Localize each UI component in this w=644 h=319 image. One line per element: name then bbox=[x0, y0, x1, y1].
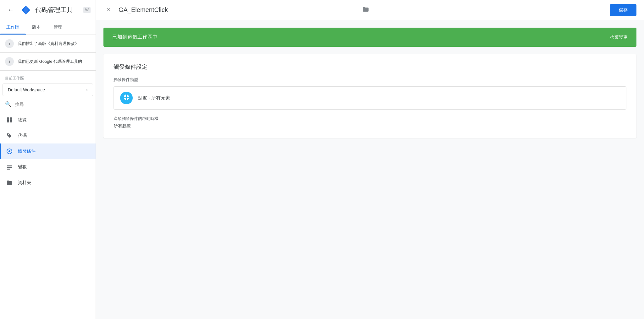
svg-rect-5 bbox=[10, 120, 12, 122]
svg-rect-2 bbox=[7, 117, 9, 120]
notification-2: i 我們已更新 Google 代碼管理工具的 bbox=[0, 53, 96, 71]
click-type-name: 點擊 - 所有元素 bbox=[138, 95, 170, 101]
sidebar-item-variables-label: 變數 bbox=[18, 164, 27, 170]
svg-rect-9 bbox=[7, 167, 12, 168]
svg-rect-10 bbox=[7, 169, 10, 170]
notification-1: i 我們推出了新版《資料處理條款》 bbox=[0, 35, 96, 53]
dialog-header: × GA_ElementClick 儲存 bbox=[96, 0, 644, 20]
dialog-title: GA_ElementClick bbox=[119, 6, 360, 14]
sidebar-header: ← 代碼管理工具 W bbox=[0, 0, 96, 20]
sidebar-item-variables[interactable]: 變數 bbox=[0, 159, 96, 175]
folders-icon bbox=[6, 179, 13, 186]
sidebar-item-overview[interactable]: 總覽 bbox=[0, 112, 96, 128]
tab-version[interactable]: 版本 bbox=[26, 20, 47, 35]
trigger-timing-label: 這項觸發條件的啟動時機 bbox=[114, 116, 626, 122]
trigger-timing-value: 所有點擊 bbox=[114, 123, 626, 129]
svg-rect-3 bbox=[10, 117, 12, 120]
sidebar-item-folders-label: 資料夾 bbox=[18, 180, 31, 186]
workspace-name: Default Workspace bbox=[8, 87, 45, 92]
save-button[interactable]: 儲存 bbox=[610, 4, 636, 16]
back-button[interactable]: ← bbox=[5, 4, 16, 16]
sidebar-item-triggers[interactable]: 觸發條件 bbox=[0, 143, 96, 159]
svg-marker-1 bbox=[24, 6, 28, 14]
overview-icon bbox=[6, 116, 13, 123]
svg-rect-4 bbox=[7, 120, 9, 122]
workspace-item[interactable]: Default Workspace › bbox=[3, 84, 93, 96]
search-bar: 🔍 bbox=[0, 99, 96, 110]
workspace-section-label: 目前工作區 bbox=[0, 71, 96, 84]
dialog-close-button[interactable]: × bbox=[103, 5, 114, 15]
sidebar-item-tags-label: 代碼 bbox=[18, 133, 27, 138]
discard-changes-button[interactable]: 捨棄變更 bbox=[610, 35, 628, 40]
tab-manage[interactable]: 管理 bbox=[47, 20, 69, 35]
tab-workspace[interactable]: 工作區 bbox=[0, 20, 26, 35]
app-title: 代碼管理工具 bbox=[35, 6, 83, 14]
variables-icon bbox=[6, 164, 13, 170]
app-logo bbox=[20, 4, 31, 16]
search-icon: 🔍 bbox=[5, 101, 11, 107]
click-icon-circle bbox=[120, 92, 133, 104]
chevron-right-icon: › bbox=[86, 87, 88, 93]
sidebar-item-overview-label: 總覽 bbox=[18, 117, 27, 123]
workspace-short: W bbox=[83, 7, 91, 13]
trigger-type-label: 觸發條件類型 bbox=[114, 77, 626, 83]
sidebar-item-tags[interactable]: 代碼 bbox=[0, 128, 96, 143]
mouse-icon bbox=[123, 94, 130, 102]
sidebar-nav: 總覽 代碼 觸發條件 變數 資料夾 bbox=[0, 112, 96, 191]
trigger-card-title: 觸發條件設定 bbox=[114, 63, 626, 71]
trigger-config-card: 觸發條件設定 觸發條件類型 點擊 - 所有元素 這項觸發條件的啟動時機 所有點擊 bbox=[103, 54, 636, 138]
tags-icon bbox=[6, 132, 13, 139]
notification-text-1: 我們推出了新版《資料處理條款》 bbox=[18, 41, 79, 46]
search-input[interactable] bbox=[15, 102, 91, 107]
tabs-bar: 工作區 版本 管理 bbox=[0, 20, 96, 35]
notification-text-2: 我們已更新 Google 代碼管理工具的 bbox=[18, 59, 82, 64]
success-banner-text: 已加到這個工作區中 bbox=[112, 34, 158, 41]
dialog-folder-icon[interactable] bbox=[362, 6, 369, 14]
svg-rect-8 bbox=[7, 165, 12, 166]
notification-icon-2: i bbox=[5, 57, 14, 66]
sidebar-item-triggers-label: 觸發條件 bbox=[18, 149, 36, 154]
dialog-body: 已加到這個工作區中 捨棄變更 觸發條件設定 觸發條件類型 點擊 - 所有元素 這… bbox=[96, 20, 644, 319]
success-banner: 已加到這個工作區中 捨棄變更 bbox=[103, 28, 636, 47]
sidebar-item-folders[interactable]: 資料夾 bbox=[0, 175, 96, 191]
notification-icon-1: i bbox=[5, 39, 14, 48]
dialog-panel: × GA_ElementClick 儲存 已加到這個工作區中 捨棄變更 觸發條件… bbox=[96, 0, 644, 319]
sidebar: ← 代碼管理工具 W 工作區 版本 管理 i 我們推出了新版《資料處理條款》 i… bbox=[0, 0, 96, 319]
triggers-icon bbox=[6, 148, 13, 155]
svg-point-7 bbox=[8, 150, 10, 152]
click-type-item[interactable]: 點擊 - 所有元素 bbox=[114, 86, 626, 110]
